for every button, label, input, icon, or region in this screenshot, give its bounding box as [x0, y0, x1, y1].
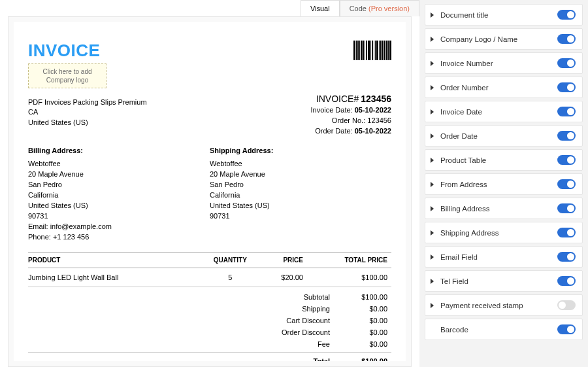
- order-no-label: Order No.:: [332, 116, 365, 124]
- subtotal-value: $100.00: [348, 293, 387, 301]
- billing-phone-label: Phone:: [28, 233, 51, 241]
- option-toggle[interactable]: [557, 58, 576, 68]
- tab-code-label: Code: [350, 5, 367, 12]
- shipping-street: 20 Maple Avenue: [210, 169, 391, 180]
- invoice-number-value: 123456: [361, 94, 391, 104]
- fee-label: Fee: [252, 340, 330, 348]
- shipping-name: Webtoffee: [210, 159, 391, 169]
- shipping-value: $0.00: [348, 305, 387, 313]
- table-header-row: PRODUCT QUANTITY PRICE TOTAL PRICE: [28, 252, 391, 268]
- totals-block[interactable]: Subtotal$100.00 Shipping$0.00 Cart Disco…: [28, 291, 391, 361]
- option-row[interactable]: Tel Field: [425, 270, 583, 292]
- chevron-right-icon: [431, 303, 434, 308]
- option-row[interactable]: Product Table: [425, 149, 583, 171]
- option-label: Email Field: [440, 253, 557, 261]
- option-label: From Address: [440, 181, 557, 188]
- from-address[interactable]: PDF Invoices Packing Slips Premium CA Un…: [28, 97, 147, 128]
- chevron-right-icon: [431, 85, 434, 90]
- th-quantity: QUANTITY: [199, 252, 261, 268]
- billing-header: Billing Address:: [28, 146, 210, 156]
- billing-state: California: [28, 190, 210, 201]
- order-discount-label: Order Discount: [252, 328, 330, 336]
- preview-pane: Visual Code (Pro version) INVOICE Click …: [0, 0, 419, 367]
- billing-zip: 90731: [28, 211, 210, 222]
- option-toggle[interactable]: [557, 252, 576, 262]
- option-toggle[interactable]: [557, 228, 576, 237]
- option-row[interactable]: Invoice Number: [425, 52, 583, 74]
- order-date-value: 05-10-2022: [355, 127, 391, 135]
- billing-street: 20 Maple Avenue: [28, 169, 210, 180]
- logo-placeholder-line2: Company logo: [37, 76, 98, 84]
- cell-qty: 5: [199, 268, 261, 287]
- shipping-country: United States (US): [210, 201, 391, 211]
- chevron-right-icon: [431, 61, 434, 66]
- option-toggle[interactable]: [557, 131, 576, 141]
- th-product: PRODUCT: [28, 252, 199, 268]
- option-row[interactable]: From Address: [425, 173, 583, 195]
- option-row[interactable]: Order Date: [425, 125, 583, 147]
- option-toggle[interactable]: [557, 203, 576, 213]
- chevron-right-icon: [431, 182, 434, 187]
- option-label: Billing Address: [440, 205, 557, 213]
- billing-address[interactable]: Billing Address: Webtoffee 20 Maple Aven…: [28, 146, 210, 242]
- cell-product: Jumbing LED Light Wall Ball: [28, 268, 199, 287]
- option-toggle[interactable]: [557, 179, 576, 189]
- shipping-address[interactable]: Shipping Address: Webtoffee 20 Maple Ave…: [210, 146, 391, 242]
- billing-country: United States (US): [28, 201, 210, 211]
- from-line1: PDF Invoices Packing Slips Premium: [28, 97, 147, 107]
- shipping-state: California: [210, 190, 391, 201]
- option-label: Product Table: [440, 156, 557, 164]
- option-toggle[interactable]: [557, 155, 576, 165]
- option-toggle[interactable]: [557, 82, 576, 92]
- option-row[interactable]: Payment received stamp: [425, 294, 583, 316]
- option-row[interactable]: Barcode: [425, 319, 583, 340]
- barcode-icon: [353, 41, 391, 60]
- canvas-wrap: INVOICE Click here to add Company logo P…: [8, 16, 412, 367]
- option-row[interactable]: Shipping Address: [425, 222, 583, 243]
- option-toggle[interactable]: [557, 324, 576, 334]
- option-label: Invoice Number: [440, 60, 557, 67]
- option-toggle[interactable]: [557, 300, 576, 310]
- option-row[interactable]: Order Number: [425, 77, 583, 98]
- logo-placeholder-line1: Click here to add: [37, 67, 98, 76]
- document-title[interactable]: INVOICE: [28, 41, 106, 61]
- th-total: TOTAL PRICE: [303, 252, 391, 268]
- option-toggle[interactable]: [557, 107, 576, 116]
- table-row: Jumbing LED Light Wall Ball 5 $20.00 $10…: [28, 268, 391, 287]
- chevron-right-icon: [431, 37, 434, 42]
- option-label: Invoice Date: [440, 108, 557, 116]
- invoice-canvas: INVOICE Click here to add Company logo P…: [14, 22, 406, 361]
- tab-code[interactable]: Code (Pro version): [340, 0, 419, 16]
- option-row[interactable]: Document title: [425, 4, 583, 26]
- option-label: Payment received stamp: [440, 302, 557, 309]
- option-row[interactable]: Company Logo / Name: [425, 28, 583, 50]
- shipping-label: Shipping: [252, 305, 330, 313]
- option-label: Tel Field: [440, 277, 557, 285]
- option-toggle[interactable]: [557, 34, 576, 44]
- options-panel: Document titleCompany Logo / NameInvoice…: [419, 0, 588, 367]
- option-label: Barcode: [440, 326, 557, 334]
- option-row[interactable]: Billing Address: [425, 198, 583, 219]
- billing-email-value: info@example.com: [50, 222, 112, 230]
- cart-discount-value: $0.00: [348, 317, 387, 324]
- total-label: Total: [252, 357, 330, 361]
- invoice-meta[interactable]: INVOICE# 123456 Invoice Date: 05-10-2022…: [310, 92, 391, 137]
- order-discount-value: $0.00: [348, 328, 387, 336]
- option-label: Company Logo / Name: [440, 35, 557, 43]
- cell-total: $100.00: [303, 268, 391, 287]
- product-table[interactable]: PRODUCT QUANTITY PRICE TOTAL PRICE Jumbi…: [28, 252, 391, 287]
- th-price: PRICE: [261, 252, 302, 268]
- billing-name: Webtoffee: [28, 159, 210, 169]
- company-logo-placeholder[interactable]: Click here to add Company logo: [28, 63, 106, 88]
- tab-code-pro-label: (Pro version): [368, 5, 410, 12]
- option-row[interactable]: Invoice Date: [425, 101, 583, 122]
- option-label: Order Number: [440, 84, 557, 92]
- shipping-city: San Pedro: [210, 180, 391, 190]
- option-row[interactable]: Email Field: [425, 246, 583, 268]
- option-toggle[interactable]: [557, 276, 576, 286]
- option-toggle[interactable]: [557, 10, 576, 20]
- chevron-right-icon: [431, 206, 434, 211]
- tab-visual[interactable]: Visual: [301, 0, 340, 16]
- cart-discount-label: Cart Discount: [252, 317, 330, 324]
- order-no-value: 123456: [367, 116, 391, 124]
